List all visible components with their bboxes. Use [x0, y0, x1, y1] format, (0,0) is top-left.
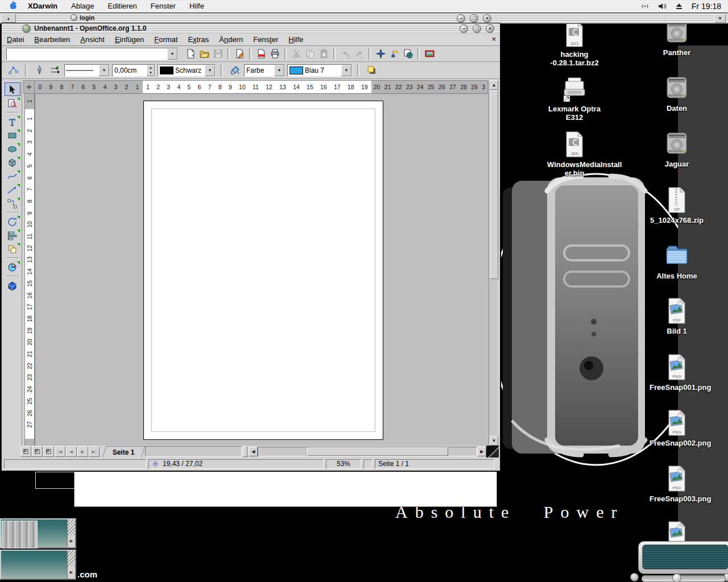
window-icon[interactable] [22, 24, 31, 33]
effects-tool-button[interactable] [5, 279, 20, 292]
window-menu-icon[interactable] [71, 14, 77, 21]
login-window-titlebar[interactable]: ▲ login –□× ▼ [0, 13, 728, 24]
hscroll-left-button[interactable]: ◀ [249, 447, 258, 456]
shadow-button[interactable] [365, 64, 378, 77]
text-tool-button[interactable] [5, 115, 20, 128]
document-page[interactable] [143, 101, 383, 440]
page-view-button[interactable] [20, 446, 31, 457]
hscroll-right-button[interactable]: ▶ [477, 447, 486, 456]
status-zoom-cell[interactable]: 53% [326, 459, 361, 469]
qt-slider-track[interactable] [642, 575, 726, 582]
shade-button[interactable]: ▲ [1, 14, 16, 23]
menubar-item-hilfe[interactable]: Hilfe [183, 0, 211, 13]
desktop-icon-panther-disk[interactable]: Panther [650, 19, 704, 57]
connector-tool-button[interactable] [5, 197, 20, 210]
line-color-dropdown-icon[interactable]: ▼ [205, 65, 215, 76]
gallery-button[interactable] [423, 47, 436, 61]
resize-grip[interactable] [486, 446, 499, 458]
desktop-icon-freesnap003[interactable]: PNGFreeSnap003.png [650, 465, 704, 503]
oo-menu-extras[interactable]: Extras [183, 34, 214, 45]
oo-menu-fenster[interactable]: Fenster [248, 34, 283, 45]
curve-tool-button[interactable] [5, 170, 20, 182]
oo-close-button[interactable]: × [486, 24, 494, 33]
ruler-origin-button[interactable]: ✛ [23, 80, 35, 94]
apple-menu[interactable] [0, 0, 21, 13]
oo-titlebar[interactable]: Unbenannt1 - OpenOffice.org 1.1.0 –□× [2, 23, 500, 34]
oo-menu-bearbeiten[interactable]: Bearbeiten [29, 34, 75, 45]
desktop-icon-altes-home-folder[interactable]: Altes Home [650, 242, 704, 280]
panel-arrow-button[interactable]: ▶ [67, 566, 75, 579]
tab-splitter[interactable] [243, 446, 247, 457]
hscroll-thumb[interactable] [307, 447, 448, 456]
oo-menu-format[interactable]: Format [149, 34, 183, 45]
zoom-tool-button[interactable] [5, 97, 20, 110]
desktop-icon-freesnap001[interactable]: PNGFreeSnap001.png [650, 354, 704, 392]
desktop-icon-freesnap002[interactable]: PNGFreeSnap002.png [650, 409, 704, 447]
line-width-field[interactable]: 0,00cm ▲▼ [112, 64, 155, 77]
print-button[interactable] [268, 47, 282, 61]
line-color-select[interactable]: Schwarz ▼ [158, 64, 216, 77]
export-pdf-button[interactable] [254, 47, 268, 61]
url-combobox[interactable]: ▼ [6, 48, 178, 60]
insert-tool-button[interactable] [5, 261, 20, 273]
menubar-clock[interactable]: Fr 19:18 [692, 2, 721, 11]
horizontal-scrollbar[interactable] [258, 447, 477, 456]
scroll-down-button[interactable]: ▼ [490, 436, 498, 446]
url-input[interactable] [7, 49, 167, 59]
login-close-button[interactable]: × [483, 14, 491, 23]
document-workspace[interactable] [35, 93, 490, 447]
next-page-button[interactable]: ▶ [77, 446, 88, 457]
oo-menu-ändern[interactable]: Ändern [214, 34, 248, 45]
fill-color-dropdown-icon[interactable]: ▼ [341, 65, 351, 76]
line-width-spinner[interactable]: ▲▼ [147, 65, 155, 76]
oo-menu-hilfe[interactable]: Hilfe [283, 34, 308, 45]
prev-page-button[interactable]: ◀ [66, 446, 77, 457]
fill-style-value[interactable]: Farbe [245, 66, 274, 74]
alignment-tool-button[interactable] [5, 229, 20, 242]
login-maximize-button[interactable]: □ [470, 14, 478, 23]
document-close-icon[interactable]: × [491, 35, 496, 43]
oo-maximize-button[interactable]: □ [473, 24, 481, 33]
open-button[interactable] [197, 47, 211, 61]
titlebar-right-button[interactable]: ▼ [714, 14, 726, 23]
edit-points-button[interactable] [6, 64, 20, 77]
rotate-tool-button[interactable] [5, 215, 20, 228]
ellipse-tool-button[interactable] [5, 143, 20, 155]
menubar-item-ablage[interactable]: Ablage [64, 0, 101, 13]
menubar-item-fenster[interactable]: Fenster [144, 0, 183, 13]
active-app-menu[interactable]: XDarwin [21, 0, 64, 13]
oo-menu-datei[interactable]: Datei [2, 34, 29, 45]
line-style-select[interactable]: ▼ [64, 64, 110, 77]
volume-icon[interactable] [657, 2, 667, 11]
desktop-icon-lexmark-printer[interactable]: Lexmark Optra E312 [547, 75, 602, 122]
scroll-up-button[interactable]: ▲ [490, 80, 498, 90]
line-dialog-button[interactable] [32, 64, 46, 77]
desktop-icon-bild1-pdf[interactable]: PDFBild 1 [650, 297, 704, 335]
new-document-button[interactable] [184, 47, 197, 61]
fill-style-select[interactable]: Farbe ▼ [244, 64, 285, 77]
arrow-style-button[interactable] [48, 64, 62, 77]
panel-arrow-button[interactable]: ▶ [67, 535, 75, 547]
select-tool-button[interactable] [5, 82, 20, 96]
desktop-icon-zip-file[interactable]: ZIP5_1024x768.zip [650, 186, 704, 225]
objects-3d-tool-button[interactable] [5, 156, 20, 169]
area-dialog-button[interactable] [228, 64, 242, 77]
master-view-button[interactable] [32, 446, 43, 457]
qt-left-button[interactable] [630, 573, 639, 581]
desktop-icon-windowsmedia-installer[interactable]: .BINWindowsMediaInstaller.bin [547, 131, 602, 177]
oo-menu-ansicht[interactable]: Ansicht [75, 34, 110, 45]
fill-color-value[interactable]: Blau 7 [305, 66, 341, 74]
first-page-button[interactable]: |◀ [55, 446, 65, 457]
line-style-dropdown-icon[interactable]: ▼ [99, 65, 109, 76]
edit-file-button[interactable] [233, 47, 246, 61]
oo-menu-einfügen[interactable]: Einfügen [110, 34, 149, 45]
oo-minimize-button[interactable]: – [460, 24, 468, 33]
line-color-value[interactable]: Schwarz [175, 66, 205, 74]
fill-style-dropdown-icon[interactable]: ▼ [274, 65, 284, 76]
menubar-item-editieren[interactable]: Editieren [101, 0, 144, 13]
display-icon[interactable] [640, 2, 650, 11]
login-minimize-button[interactable]: – [457, 14, 465, 23]
lines-arrows-tool-button[interactable] [5, 184, 20, 196]
arrange-tool-button[interactable] [5, 243, 20, 255]
eject-icon[interactable] [675, 2, 684, 11]
